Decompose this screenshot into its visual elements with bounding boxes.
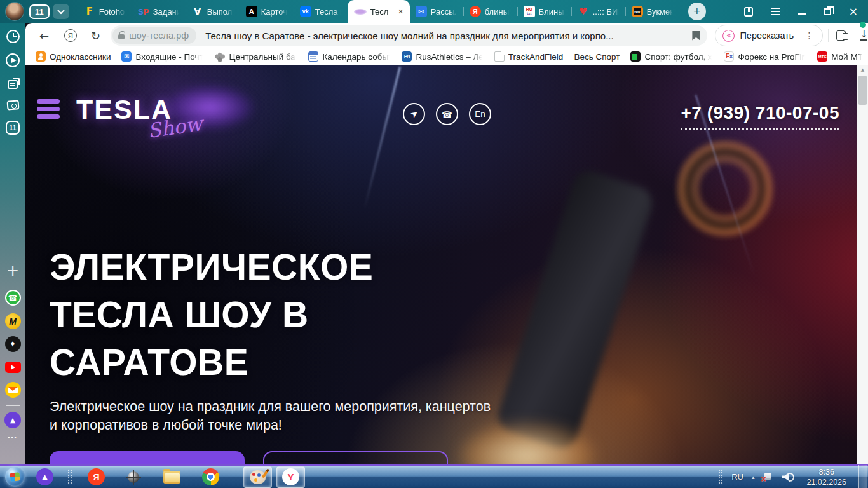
header-contact-icons: ➤ ☎ En [403, 103, 491, 125]
tab-rutxt[interactable]: RUtxt Блины, [518, 0, 571, 23]
browser-tab-bar: 11 F Fotoho SP Задани ∀ Выполн A Карточ … [0, 0, 868, 23]
notification-dot [860, 22, 866, 28]
bookmark-odnoklassniki[interactable]: Одноклассники [36, 51, 111, 62]
start-button[interactable] [5, 467, 25, 487]
video-player-icon[interactable] [6, 53, 20, 67]
yandex-browser-taskbar-button[interactable]: Y [276, 466, 305, 488]
explorer-folder-icon[interactable] [163, 471, 180, 484]
browser-menu-icon[interactable] [771, 8, 780, 15]
tab-fotohost[interactable]: F Fotoho [78, 0, 132, 23]
tab-list-dropdown[interactable] [53, 4, 69, 19]
bookmark-calendar[interactable]: Календарь событ [308, 51, 391, 62]
sp-favicon: SP [138, 6, 149, 17]
site-logo[interactable]: TESLA Show [76, 94, 229, 145]
clock-time: 8:36 [806, 467, 846, 477]
tab-vk-tesla[interactable]: vk Тесла ш [294, 0, 348, 23]
bookmark-central-bank[interactable]: Центральный бан [215, 51, 297, 62]
yandex-favicon: Я [470, 6, 481, 17]
paint-taskbar-button[interactable] [243, 466, 272, 488]
tab-yandex-bliny[interactable]: Я блины [464, 0, 517, 23]
history-icon[interactable] [6, 30, 20, 43]
rusathletics-icon: РЛ [402, 51, 412, 62]
bookmark-mts[interactable]: МТС Мой МТ [817, 51, 863, 62]
volume-icon[interactable] [782, 473, 794, 482]
www-favicon: ww [632, 6, 643, 17]
site-url: шоу-тесла.рф [129, 30, 189, 41]
taskbar-clock[interactable]: 8:36 21.02.2026 [803, 467, 850, 487]
tab-heart[interactable]: ♥ ..::: БИР [572, 0, 625, 23]
secondary-cta-button[interactable] [263, 451, 448, 464]
yandex-search-icon[interactable]: Я [64, 29, 77, 42]
m-service-icon[interactable]: M [5, 313, 21, 329]
phone-call-icon[interactable]: ☎ [436, 103, 458, 125]
minesweeper-icon[interactable] [128, 471, 139, 483]
whatsapp-icon[interactable]: ☎ [5, 290, 21, 306]
heart-favicon: ♥ [578, 6, 589, 17]
back-icon[interactable]: ← [39, 29, 49, 43]
bookmark-inbox-mail[interactable]: ✉ Входящие - Почта [121, 51, 204, 62]
bookmark-sport-football[interactable]: Спорт: футбол, хо [630, 51, 713, 62]
close-window-icon[interactable]: × [849, 6, 858, 17]
tab-forall[interactable]: ∀ Выполн [186, 0, 240, 23]
phone-number-link[interactable]: +7 (939) 710-07-05 [681, 103, 839, 130]
odnoklassniki-icon [36, 51, 46, 62]
bookmark-ves-sport[interactable]: Весь Спорт [574, 52, 620, 62]
add-panel-icon[interactable]: + [6, 262, 19, 280]
primary-cta-button[interactable] [50, 451, 245, 464]
bookmarks-bar: Одноклассники ✉ Входящие - Почта Централ… [25, 48, 868, 65]
hamburger-menu-icon[interactable] [37, 99, 60, 122]
tesla-favicon [354, 9, 367, 15]
screenshot-icon[interactable] [6, 100, 19, 110]
close-tab-icon[interactable]: × [398, 6, 403, 17]
scroll-up-arrow[interactable]: ▲ [857, 65, 868, 75]
star-service-icon[interactable]: ✦ [5, 336, 21, 352]
language-switch-en[interactable]: En [469, 103, 491, 125]
calendar-icon [308, 51, 318, 62]
restore-window-icon[interactable] [824, 8, 831, 15]
yandex-mail-icon[interactable] [5, 382, 21, 398]
clock-date: 21.02.2026 [806, 477, 846, 487]
bookmark-rusathletics[interactable]: РЛ RusAthletics – Ле [402, 51, 483, 62]
chrome-icon[interactable] [202, 468, 219, 485]
page-heading: ЭЛЕКТРИЧЕСКОЕ ТЕСЛА ШОУ В САРАТОВЕ [50, 243, 373, 386]
omnibox[interactable]: шоу-тесла.рф Тесла шоу в Саратове - элек… [111, 25, 707, 46]
tab-sp[interactable]: SP Задани [132, 0, 186, 23]
network-disconnected-icon[interactable] [763, 472, 773, 482]
youtube-icon[interactable] [5, 362, 21, 373]
page-scrollbar[interactable]: ▲ [857, 65, 868, 464]
show-hidden-icons[interactable]: ▴ [752, 474, 755, 480]
articles-icon[interactable] [8, 80, 18, 89]
side-panel-icon[interactable] [836, 30, 846, 41]
tab-tesla-active[interactable]: Тесл × [348, 0, 410, 23]
show-desktop-button[interactable] [858, 465, 867, 488]
downloads-icon[interactable]: ↓ [860, 30, 868, 41]
profile-avatar[interactable] [6, 3, 24, 20]
minimize-icon[interactable] [798, 13, 806, 15]
bookmark-trackandfield[interactable]: TrackAndField [494, 51, 564, 62]
sidebar-more-icon[interactable]: ••• [8, 435, 17, 441]
tab-cards[interactable]: A Карточ [240, 0, 294, 23]
windows-flag-icon [10, 472, 20, 481]
keyboard-language[interactable]: RU [731, 472, 743, 482]
retell-button[interactable]: « Пересказать ⋮ [715, 25, 823, 46]
all-tabs-icon[interactable]: 11 [6, 121, 20, 135]
domain-pill[interactable]: шоу-тесла.рф [112, 27, 196, 44]
tab-counter[interactable]: 11 [29, 4, 69, 19]
new-tab-button[interactable]: + [688, 3, 706, 20]
scrollbar-thumb[interactable] [858, 76, 867, 105]
bookmark-flag-icon[interactable] [692, 31, 700, 41]
tab-bookmaker[interactable]: ww Букмек [626, 0, 679, 23]
bookmarks-panel-icon[interactable] [744, 7, 753, 17]
taskbar-yandex-icon[interactable]: Я [88, 468, 105, 485]
yandex-browser-icon: Y [282, 468, 299, 485]
toolbar-divider [828, 29, 829, 42]
refresh-icon[interactable]: ↻ [91, 29, 100, 43]
telegram-icon[interactable]: ➤ [403, 103, 425, 125]
bookmark-forex[interactable]: Fx Форекс на ProFin [724, 51, 806, 62]
mail-icon: ✉ [121, 51, 132, 62]
alice-icon[interactable]: ▲ [4, 412, 21, 428]
tab-mailing[interactable]: ✉ Рассыл [410, 0, 463, 23]
cta-buttons [50, 451, 448, 464]
retell-more-icon[interactable]: ⋮ [799, 30, 819, 41]
taskbar-alice-icon[interactable]: ▲ [36, 468, 53, 485]
